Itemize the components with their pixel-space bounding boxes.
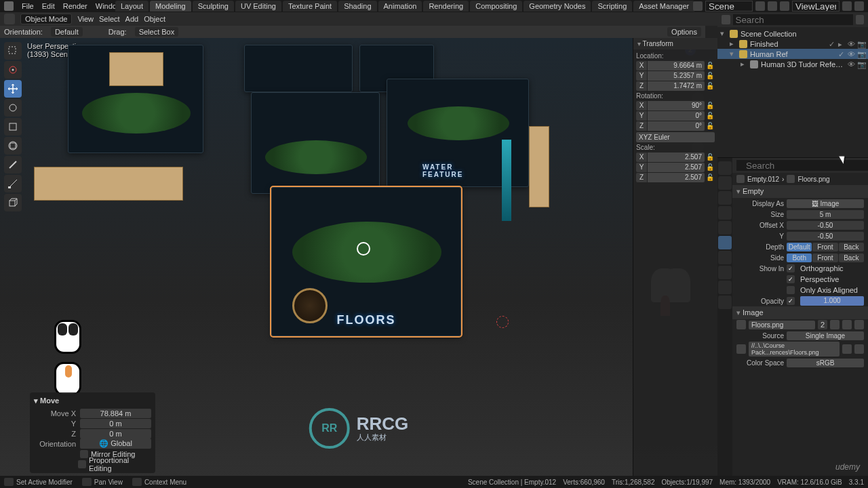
scene-name-input[interactable] — [705, 1, 753, 12]
colorspace-select[interactable]: sRGB — [787, 359, 864, 367]
size-input[interactable]: 5 m — [787, 210, 864, 219]
props-search[interactable] — [736, 160, 868, 171]
editor-type-icon[interactable] — [4, 14, 15, 24]
tool-move[interactable] — [4, 80, 22, 98]
menu-object[interactable]: Object — [144, 15, 165, 23]
props-tab-viewlayer[interactable] — [718, 191, 732, 205]
filepath-input[interactable]: //..\..\Course Pack...rences\Floors.png — [749, 342, 840, 357]
hide-icon[interactable]: 👁 — [848, 50, 856, 58]
crumb-data[interactable]: Floors.png — [797, 176, 829, 183]
editor-type-icon[interactable] — [722, 15, 730, 24]
props-tab-physics[interactable] — [718, 266, 732, 279]
loc-y[interactable]: 5.2357 m — [648, 71, 705, 81]
tab-compositing[interactable]: Compositing — [470, 1, 522, 12]
browse-icon[interactable] — [842, 344, 852, 354]
props-tab-world[interactable] — [718, 221, 732, 235]
menu-render[interactable]: Render — [63, 2, 87, 10]
tool-add-primitive[interactable] — [4, 194, 22, 211]
transform-section[interactable]: Transform — [633, 38, 717, 49]
movez-value[interactable]: 0 m — [80, 429, 151, 439]
outliner-item[interactable]: ▸ Human 3D Tudor Reference 👁📷 — [717, 59, 868, 69]
loc-z[interactable]: 1.7472 m — [648, 81, 705, 91]
depth-front[interactable]: Front — [812, 243, 837, 251]
lock-icon[interactable]: 🔓 — [705, 72, 715, 79]
hide-icon[interactable]: 👁 — [848, 60, 856, 68]
tab-layout[interactable]: Layout — [115, 1, 149, 12]
unlink-icon[interactable] — [854, 320, 864, 329]
operator-panel[interactable]: ▾ Move Move X78.884 m Y0 m Z0 m Orientat… — [30, 392, 155, 473]
tab-texture-paint[interactable]: Texture Paint — [283, 1, 337, 12]
tab-asset-manager[interactable]: Asset Manager — [633, 1, 694, 12]
props-tab-render[interactable] — [718, 161, 732, 175]
tab-scripting[interactable]: Scripting — [592, 1, 632, 12]
mirror-edit-checkbox[interactable] — [80, 450, 88, 458]
rot-y[interactable]: 0° — [648, 111, 705, 121]
image-section-header[interactable]: Image — [732, 306, 868, 319]
menu-select[interactable]: Select — [99, 15, 120, 23]
source-select[interactable]: Single Image — [787, 331, 864, 340]
excl-icon[interactable]: ✓ — [838, 50, 846, 58]
filter-icon[interactable] — [856, 15, 865, 24]
image-name-input[interactable]: Floors.png — [749, 321, 815, 329]
open-icon[interactable] — [842, 320, 852, 329]
props-tab-constraints[interactable] — [718, 281, 732, 294]
lock-icon[interactable]: 🔓 — [705, 163, 715, 171]
scene-new-icon[interactable] — [755, 1, 765, 11]
viewlayer-del-icon[interactable] — [854, 1, 864, 11]
ortho-checkbox[interactable] — [787, 264, 795, 272]
menu-edit[interactable]: Edit — [42, 2, 55, 10]
outliner-root[interactable]: ▾ Scene Collection — [717, 28, 868, 39]
rot-z[interactable]: 0° — [648, 121, 705, 131]
fake-user-icon[interactable] — [830, 320, 840, 329]
props-tab-modifiers[interactable] — [718, 251, 732, 264]
filepath-icon[interactable] — [736, 344, 746, 354]
image-users[interactable]: 2 — [818, 320, 827, 329]
tab-animation[interactable]: Animation — [378, 1, 422, 12]
tool-rotate[interactable] — [4, 99, 22, 117]
scene-icon[interactable] — [693, 1, 703, 11]
viewlayer-name-input[interactable] — [792, 1, 840, 12]
tab-sculpting[interactable]: Sculpting — [193, 1, 234, 12]
offsety-input[interactable]: -0.50 — [787, 232, 864, 241]
scl-z[interactable]: 2.507 — [648, 173, 705, 182]
scl-x[interactable]: 2.507 — [648, 152, 705, 162]
side-back[interactable]: Back — [839, 253, 864, 262]
lock-icon[interactable]: 🔓 — [705, 62, 715, 69]
lock-icon[interactable]: 🔓 — [705, 122, 715, 129]
opacity-checkbox[interactable] — [787, 297, 795, 305]
depth-default[interactable]: Default — [787, 243, 812, 251]
lock-icon[interactable]: 🔓 — [705, 174, 715, 181]
offsetx-input[interactable]: -0.50 — [787, 221, 864, 230]
reload-icon[interactable] — [854, 344, 864, 354]
mode-select[interactable]: Object Mode — [20, 14, 72, 24]
viewlayer-new-icon[interactable] — [842, 1, 852, 11]
disable-icon[interactable]: 📷 — [857, 40, 865, 48]
movex-value[interactable]: 78.884 m — [80, 409, 151, 418]
props-tab-object-data[interactable] — [718, 236, 732, 249]
lock-icon[interactable]: 🔓 — [705, 112, 715, 119]
props-tab-output[interactable] — [718, 176, 732, 190]
tab-rendering[interactable]: Rendering — [423, 1, 469, 12]
crumb-object[interactable]: Empty.012 — [747, 176, 779, 183]
outliner-item[interactable]: ▾ Human Ref ✓👁📷 — [717, 49, 868, 59]
rot-x[interactable]: 90° — [648, 101, 705, 110]
tab-shading[interactable]: Shading — [338, 1, 376, 12]
props-tab-material[interactable] — [718, 296, 732, 309]
axis-checkbox[interactable] — [787, 286, 795, 294]
lock-icon[interactable]: 🔓 — [705, 102, 715, 109]
scl-y[interactable]: 2.507 — [648, 163, 705, 172]
rotation-mode-select[interactable]: XYZ Euler — [636, 132, 715, 142]
tool-scale[interactable] — [4, 118, 22, 136]
side-both[interactable]: Both — [787, 253, 812, 262]
menu-view[interactable]: View — [77, 15, 94, 23]
lock-icon[interactable]: 🔓 — [705, 153, 715, 161]
persp-checkbox[interactable] — [787, 275, 795, 283]
excl-icon[interactable]: ✓ — [829, 40, 837, 48]
disable-icon[interactable]: 📷 — [857, 60, 865, 68]
scene-del-icon[interactable] — [768, 1, 777, 11]
menu-add[interactable]: Add — [125, 15, 139, 23]
tab-uv-editing[interactable]: UV Editing — [235, 1, 281, 12]
tool-cursor[interactable] — [4, 61, 22, 79]
lock-icon[interactable]: 🔓 — [705, 82, 715, 89]
tool-measure[interactable] — [4, 175, 22, 192]
